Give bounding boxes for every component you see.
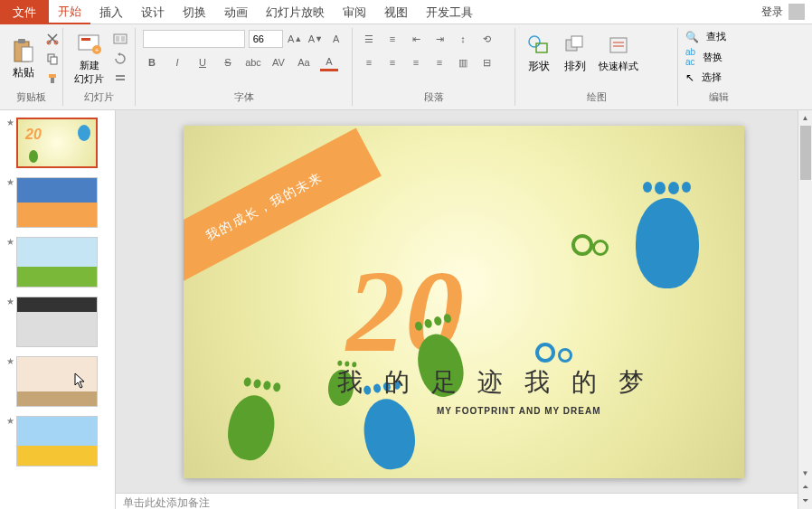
new-slide-button[interactable]: + 新建 幻灯片: [71, 30, 108, 88]
animation-star-icon: ★: [4, 118, 16, 127]
section-button[interactable]: [111, 70, 129, 88]
svg-rect-8: [51, 78, 54, 83]
tab-design[interactable]: 设计: [132, 0, 174, 24]
animation-star-icon: ★: [4, 237, 16, 247]
shapes-button[interactable]: 形状: [523, 30, 555, 76]
shadow-button[interactable]: abc: [244, 53, 262, 71]
align-left-button[interactable]: ≡: [360, 53, 378, 71]
tab-view[interactable]: 视图: [375, 0, 417, 24]
svg-rect-17: [116, 79, 125, 80]
slide-subtitle[interactable]: MY FOOTPRINT AND MY DREAM: [437, 406, 600, 416]
footprint-green-circles[interactable]: [571, 234, 609, 259]
text-direction-button[interactable]: ⟲: [477, 30, 496, 48]
tab-developer[interactable]: 开发工具: [417, 0, 482, 24]
find-icon: 🔍: [685, 31, 699, 43]
bullets-button[interactable]: ☰: [360, 30, 378, 48]
paste-label: 粘贴: [13, 65, 34, 80]
shapes-label: 形状: [528, 59, 550, 74]
find-button[interactable]: 🔍查找: [685, 30, 752, 43]
justify-button[interactable]: ≡: [430, 53, 448, 71]
align-right-button[interactable]: ≡: [407, 53, 425, 71]
clipboard-group-label: 剪贴板: [7, 90, 55, 104]
quick-styles-button[interactable]: 快速样式: [595, 31, 642, 75]
paste-button[interactable]: 粘贴: [7, 36, 40, 82]
line-spacing-button[interactable]: ↕: [454, 30, 472, 48]
font-size-input[interactable]: 66: [249, 30, 283, 48]
scroll-down-icon[interactable]: ▼: [799, 467, 812, 479]
columns-button[interactable]: ▥: [454, 53, 472, 71]
login-label: 登录: [761, 5, 783, 20]
font-group-label: 字体: [143, 90, 345, 104]
shapes-icon: [526, 32, 552, 57]
arrange-button[interactable]: 排列: [559, 30, 591, 76]
prev-slide-icon[interactable]: ⏶: [799, 480, 812, 493]
thumbnail-4[interactable]: ★: [4, 297, 111, 347]
next-slide-icon[interactable]: ⏷: [799, 494, 812, 506]
clear-format-button[interactable]: A: [327, 30, 345, 48]
numbering-button[interactable]: ≡: [383, 30, 401, 48]
strike-button[interactable]: S: [219, 53, 237, 71]
tab-review[interactable]: 审阅: [334, 0, 375, 24]
select-button[interactable]: ↖选择: [685, 71, 752, 84]
svg-rect-22: [610, 38, 627, 52]
case-button[interactable]: Aa: [295, 53, 313, 71]
tab-insert[interactable]: 插入: [90, 0, 132, 24]
svg-rect-16: [116, 75, 125, 77]
footprint-blue-bottom[interactable]: [359, 394, 420, 472]
svg-rect-15: [121, 36, 125, 42]
quick-styles-icon: [606, 33, 631, 58]
file-tab[interactable]: 文件: [0, 0, 49, 24]
font-family-select[interactable]: [143, 30, 245, 48]
thumbnail-3[interactable]: ★: [4, 237, 111, 287]
notes-placeholder[interactable]: 单击此处添加备注: [116, 493, 812, 509]
thumbnail-1[interactable]: ★ 20: [4, 118, 111, 168]
animation-star-icon: ★: [4, 356, 16, 366]
scrollbar-thumb[interactable]: [800, 126, 811, 180]
align-text-button[interactable]: ⊟: [477, 53, 496, 71]
shrink-font-button[interactable]: A▼: [307, 30, 325, 48]
svg-rect-14: [116, 36, 119, 42]
footprint-blue-large[interactable]: [636, 198, 699, 288]
vertical-scrollbar[interactable]: ▲ ▼ ⏶ ⏷: [798, 110, 812, 509]
avatar-icon: [788, 4, 805, 20]
indent-dec-button[interactable]: ⇤: [407, 30, 425, 48]
thumbnail-2[interactable]: ★: [4, 177, 111, 228]
svg-rect-1: [18, 39, 25, 43]
banner-text: 我的成长，我的未来: [203, 169, 326, 244]
tab-home[interactable]: 开始: [49, 0, 90, 24]
svg-rect-6: [51, 57, 57, 64]
italic-button[interactable]: I: [168, 53, 186, 71]
slide-title[interactable]: 我 的 足 迹 我 的 梦: [337, 365, 651, 400]
slide[interactable]: 我的成长，我的未来 20: [184, 126, 744, 478]
select-icon: ↖: [685, 71, 694, 84]
bold-button[interactable]: B: [143, 53, 161, 71]
thumbnail-5[interactable]: ★: [4, 356, 111, 407]
arrange-icon: [562, 32, 588, 57]
tab-animation[interactable]: 动画: [215, 0, 257, 24]
slide-canvas[interactable]: 我的成长，我的未来 20: [116, 110, 812, 493]
svg-rect-21: [571, 36, 582, 47]
layout-button[interactable]: [111, 30, 129, 48]
tab-transition[interactable]: 切换: [174, 0, 215, 24]
login-area[interactable]: 登录: [754, 0, 812, 24]
ribbon: 粘贴 剪贴板 + 新建 幻灯片 幻灯片: [0, 24, 812, 110]
underline-button[interactable]: U: [194, 53, 212, 71]
replace-button[interactable]: abac替换: [685, 47, 752, 67]
tab-slideshow[interactable]: 幻灯片放映: [257, 0, 334, 24]
spacing-button[interactable]: AV: [269, 53, 288, 71]
footprint-green-bottom[interactable]: [223, 391, 279, 464]
grow-font-button[interactable]: A▲: [287, 30, 304, 48]
animation-star-icon: ★: [4, 297, 16, 306]
font-color-button[interactable]: A: [320, 53, 338, 71]
footprint-blue-circles[interactable]: [535, 343, 572, 365]
cut-button[interactable]: [43, 30, 61, 48]
scroll-up-icon[interactable]: ▲: [799, 111, 812, 124]
reset-button[interactable]: [111, 50, 129, 68]
svg-rect-7: [49, 74, 56, 78]
copy-button[interactable]: [43, 50, 61, 68]
indent-inc-button[interactable]: ⇥: [430, 30, 448, 48]
format-painter-button[interactable]: [43, 70, 61, 88]
align-center-button[interactable]: ≡: [383, 53, 401, 71]
thumbnail-6[interactable]: ★: [4, 416, 111, 467]
thumbnail-panel[interactable]: ★ 20 ★ ★ ★ ★ ★: [0, 110, 116, 509]
